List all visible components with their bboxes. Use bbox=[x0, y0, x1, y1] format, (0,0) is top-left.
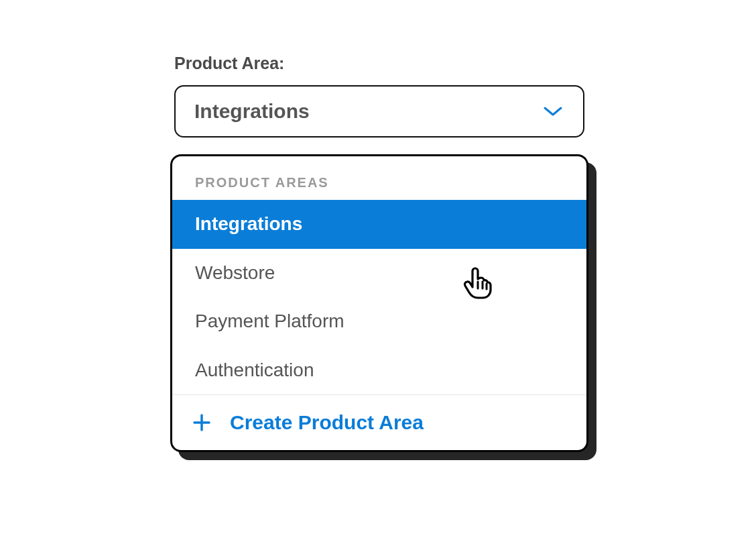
product-area-dropdown[interactable]: PRODUCT AREAS Integrations Webstore Paym… bbox=[170, 154, 588, 452]
create-product-area-button[interactable]: Create Product Area bbox=[172, 394, 586, 450]
dropdown-header: PRODUCT AREAS bbox=[172, 156, 586, 200]
dropdown-item-integrations[interactable]: Integrations bbox=[172, 200, 586, 249]
create-product-area-label: Create Product Area bbox=[230, 411, 424, 434]
dropdown-item-label: Webstore bbox=[195, 262, 275, 283]
chevron-down-icon bbox=[543, 105, 563, 117]
dropdown-item-label: Authentication bbox=[195, 360, 314, 380]
dropdown-item-webstore[interactable]: Webstore bbox=[172, 249, 586, 298]
dropdown-item-label: Payment Platform bbox=[195, 311, 344, 331]
select-value: Integrations bbox=[194, 100, 310, 123]
field-label: Product Area: bbox=[174, 54, 584, 73]
dropdown-item-payment-platform[interactable]: Payment Platform bbox=[172, 297, 586, 346]
product-area-select[interactable]: Integrations bbox=[174, 85, 584, 138]
dropdown-item-authentication[interactable]: Authentication bbox=[172, 346, 586, 395]
dropdown-item-label: Integrations bbox=[195, 213, 302, 234]
plus-icon bbox=[192, 413, 211, 432]
